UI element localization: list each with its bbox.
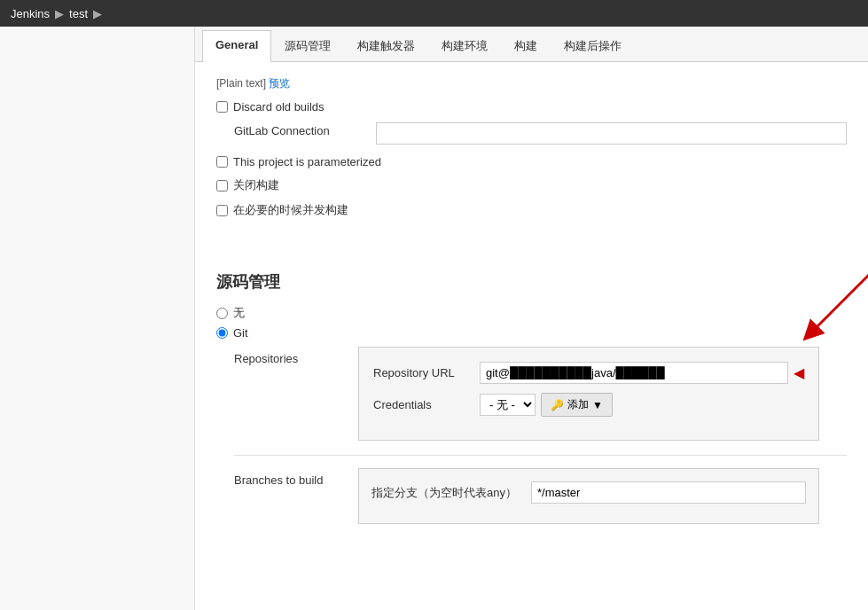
credentials-field-wrap: - 无 - 🔑 添加 ▼	[480, 393, 613, 417]
project-link[interactable]: test	[69, 7, 88, 20]
repositories-outer-row: Repositories Reposi	[234, 347, 847, 441]
discard-builds-row: Discard old builds	[216, 100, 847, 113]
disable-build-checkbox[interactable]	[216, 180, 228, 192]
tab-build[interactable]: 构建	[501, 30, 551, 61]
tab-post[interactable]: 构建后操作	[551, 30, 635, 61]
credentials-label: Credentials	[373, 398, 480, 411]
tab-source[interactable]: 源码管理	[271, 30, 344, 61]
radio-none[interactable]	[216, 308, 228, 319]
source-section-title: 源码管理	[216, 271, 847, 293]
repo-url-arrow-icon: ◀	[794, 364, 804, 381]
concurrent-build-checkbox[interactable]	[216, 205, 228, 216]
section-divider	[216, 236, 847, 257]
add-dropdown-icon: ▼	[592, 399, 603, 411]
parameterized-label[interactable]: This project is parameterized	[233, 155, 381, 168]
sidebar	[0, 27, 195, 610]
branch-spec-label: 指定分支（为空时代表any）	[371, 485, 531, 501]
parameterized-checkbox[interactable]	[216, 156, 228, 168]
radio-none-label[interactable]: 无	[233, 305, 245, 321]
main-wrapper: General 源码管理 构建触发器 构建环境 构建 构建后操作 [Plain …	[0, 27, 868, 610]
repo-url-label: Repository URL	[373, 366, 480, 379]
main-content: General 源码管理 构建触发器 构建环境 构建 构建后操作 [Plain …	[195, 27, 868, 610]
preview-line: [Plain text] 预览	[216, 76, 847, 91]
repo-url-input[interactable]	[480, 362, 788, 384]
credentials-select[interactable]: - 无 -	[480, 394, 536, 416]
branch-spec-input[interactable]	[531, 481, 806, 504]
jenkins-home-link[interactable]: Jenkins	[11, 7, 50, 20]
topbar-sep2: ▶	[93, 7, 102, 20]
parameterized-row: This project is parameterized	[216, 155, 847, 168]
gitlab-input[interactable]	[376, 122, 847, 145]
topbar-sep1: ▶	[55, 7, 64, 20]
branches-outer-row: Branches to build 指定分支（为空时代表any）	[234, 455, 847, 524]
repo-container: Repository URL ◀ Credentials - 无	[358, 347, 819, 441]
concurrent-build-label[interactable]: 在必要的时候并发构建	[233, 202, 348, 218]
discard-builds-label[interactable]: Discard old builds	[233, 100, 325, 113]
repo-url-field-wrap: ◀	[480, 362, 804, 384]
add-credentials-button[interactable]: 🔑 添加 ▼	[541, 393, 613, 417]
gitlab-label: GitLab Connection	[234, 122, 376, 137]
repositories-label: Repositories	[234, 347, 358, 365]
concurrent-build-row: 在必要的时候并发构建	[216, 202, 847, 218]
discard-builds-checkbox[interactable]	[216, 101, 228, 113]
plain-text-label: [Plain text]	[216, 77, 266, 90]
gitlab-connection-row: GitLab Connection	[234, 122, 847, 145]
radio-none-row: 无	[216, 305, 847, 321]
topbar: Jenkins ▶ test ▶	[0, 0, 868, 27]
disable-build-label[interactable]: 关闭构建	[233, 177, 279, 193]
credentials-row: Credentials - 无 - 🔑 添加 ▼	[373, 393, 804, 417]
radio-git-row: Git	[216, 326, 847, 340]
tab-env[interactable]: 构建环境	[428, 30, 501, 61]
tab-general[interactable]: General	[202, 30, 271, 62]
form-content: [Plain text] 预览 Discard old builds GitLa…	[195, 62, 868, 549]
branch-spec-row: 指定分支（为空时代表any）	[371, 481, 806, 504]
add-button-label: 添加	[567, 397, 589, 412]
preview-link[interactable]: 预览	[269, 77, 290, 90]
key-icon: 🔑	[551, 399, 564, 411]
radio-git-label[interactable]: Git	[233, 326, 248, 340]
radio-git[interactable]	[216, 327, 228, 339]
disable-build-row: 关闭构建	[216, 177, 847, 193]
repositories-content-wrap: Repository URL ◀ Credentials - 无	[358, 347, 819, 441]
branches-label: Branches to build	[234, 468, 358, 487]
tab-bar: General 源码管理 构建触发器 构建环境 构建 构建后操作	[195, 27, 868, 62]
tab-trigger[interactable]: 构建触发器	[344, 30, 428, 61]
repo-url-row: Repository URL ◀	[373, 362, 804, 384]
branches-container: 指定分支（为空时代表any）	[358, 468, 819, 524]
